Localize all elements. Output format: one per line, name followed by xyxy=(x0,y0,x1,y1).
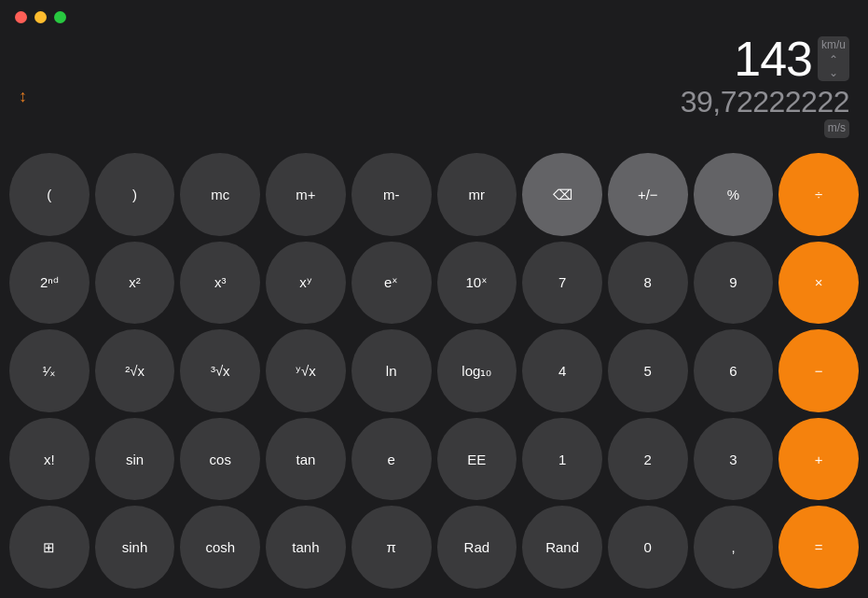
btn-e-const[interactable]: e xyxy=(351,418,432,501)
btn-x-cubed[interactable]: x³ xyxy=(180,242,260,325)
btn-ten-to-x[interactable]: 10ˣ xyxy=(437,242,517,325)
button-row-2: 2ⁿᵈx²x³xʸeˣ10ˣ789× xyxy=(9,242,859,325)
btn-mr[interactable]: mr xyxy=(437,153,517,236)
btn-percent[interactable]: % xyxy=(694,153,774,236)
button-row-1: ()mcm+m-mr⌫+/−%÷ xyxy=(9,153,859,236)
btn-cos[interactable]: cos xyxy=(180,418,260,501)
btn-divide[interactable]: ÷ xyxy=(778,153,859,236)
btn-ln[interactable]: ln xyxy=(351,329,432,412)
btn-eight[interactable]: 8 xyxy=(608,242,688,325)
btn-four[interactable]: 4 xyxy=(522,329,602,412)
stepper-arrows-icon: ⌃⌄ xyxy=(829,53,838,79)
btn-one-over-x[interactable]: ¹⁄ₓ xyxy=(9,329,90,412)
btn-rad[interactable]: Rad xyxy=(437,506,517,589)
secondary-value: 39,72222222 xyxy=(681,87,849,117)
titlebar xyxy=(0,0,868,35)
btn-m-plus[interactable]: m+ xyxy=(266,153,346,236)
btn-equals[interactable]: = xyxy=(778,506,859,589)
btn-seven[interactable]: 7 xyxy=(522,242,602,325)
btn-plus-minus[interactable]: +/− xyxy=(608,153,688,236)
btn-sinh[interactable]: sinh xyxy=(95,506,175,589)
btn-one[interactable]: 1 xyxy=(522,418,602,501)
btn-subtract[interactable]: − xyxy=(778,329,859,412)
btn-rand[interactable]: Rand xyxy=(522,506,602,589)
display-area: 143 km/u ⌃⌄ ↕ 39,72222222 m/s xyxy=(0,35,868,147)
btn-tan[interactable]: tan xyxy=(266,418,346,501)
btn-backspace[interactable]: ⌫ xyxy=(522,153,602,236)
secondary-unit-label: m/s xyxy=(828,121,846,134)
btn-x-squared[interactable]: x² xyxy=(95,242,175,325)
btn-x-to-y[interactable]: xʸ xyxy=(266,242,346,325)
btn-second[interactable]: 2ⁿᵈ xyxy=(9,242,90,325)
btn-zero[interactable]: 0 xyxy=(608,506,688,589)
btn-three[interactable]: 3 xyxy=(694,418,774,501)
btn-five[interactable]: 5 xyxy=(608,329,688,412)
buttons-container: ()mcm+m-mr⌫+/−%÷2ⁿᵈx²x³xʸeˣ10ˣ789×¹⁄ₓ²√x… xyxy=(0,147,868,598)
button-row-3: ¹⁄ₓ²√x³√xʸ√xlnlog₁₀456− xyxy=(9,329,859,412)
secondary-unit-stepper[interactable]: m/s xyxy=(824,119,849,138)
btn-log10[interactable]: log₁₀ xyxy=(437,329,517,412)
btn-grid[interactable]: ⊞ xyxy=(9,506,90,589)
btn-comma[interactable]: , xyxy=(694,506,774,589)
btn-add[interactable]: + xyxy=(778,418,859,501)
btn-tanh[interactable]: tanh xyxy=(266,506,346,589)
btn-open-paren[interactable]: ( xyxy=(9,153,90,236)
btn-two[interactable]: 2 xyxy=(608,418,688,501)
btn-factorial[interactable]: x! xyxy=(9,418,90,501)
main-unit-stepper[interactable]: km/u ⌃⌄ xyxy=(818,36,849,81)
button-row-5: ⊞sinhcoshtanhπRadRand0,= xyxy=(9,506,859,589)
btn-multiply[interactable]: × xyxy=(778,242,859,325)
button-row-4: x!sincostaneEE123+ xyxy=(9,418,859,501)
btn-cbrt[interactable]: ³√x xyxy=(180,329,260,412)
btn-pi[interactable]: π xyxy=(351,506,432,589)
btn-cosh[interactable]: cosh xyxy=(180,506,260,589)
conversion-right: 39,72222222 m/s xyxy=(681,87,849,138)
btn-six[interactable]: 6 xyxy=(694,329,774,412)
conversion-row: ↕ 39,72222222 m/s xyxy=(19,87,849,138)
btn-sqrt[interactable]: ²√x xyxy=(95,329,175,412)
sort-icon[interactable]: ↕ xyxy=(19,87,27,106)
main-value: 143 xyxy=(734,35,812,83)
btn-nine[interactable]: 9 xyxy=(694,242,774,325)
main-display-row: 143 km/u ⌃⌄ xyxy=(734,35,849,83)
btn-close-paren[interactable]: ) xyxy=(95,153,175,236)
minimize-button[interactable] xyxy=(34,11,47,23)
btn-y-root-x[interactable]: ʸ√x xyxy=(266,329,346,412)
btn-sin[interactable]: sin xyxy=(95,418,175,501)
btn-ee[interactable]: EE xyxy=(437,418,517,501)
maximize-button[interactable] xyxy=(54,11,66,23)
btn-e-to-x[interactable]: eˣ xyxy=(351,242,432,325)
main-unit-label: km/u xyxy=(821,38,846,51)
btn-m-minus[interactable]: m- xyxy=(351,153,432,236)
btn-mc[interactable]: mc xyxy=(180,153,260,236)
close-button[interactable] xyxy=(15,11,27,23)
